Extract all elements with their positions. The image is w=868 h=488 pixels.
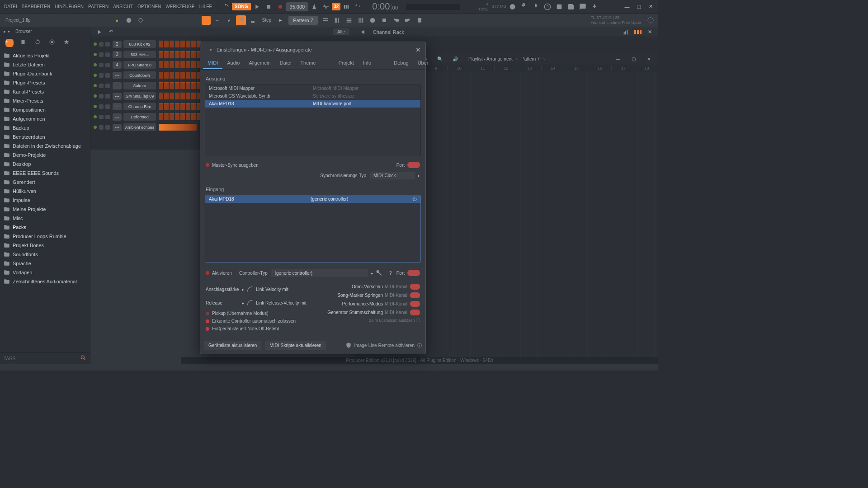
metronome-icon[interactable] xyxy=(309,2,319,12)
stop-icon[interactable] xyxy=(264,2,274,12)
step-cell[interactable] xyxy=(164,113,169,120)
step-cell[interactable] xyxy=(186,113,190,120)
step-cell[interactable] xyxy=(170,72,174,79)
tree-item[interactable]: Letzte Dateien xyxy=(0,60,90,69)
channel-vol-knob[interactable] xyxy=(105,104,110,109)
channel-mute-led[interactable] xyxy=(94,53,97,56)
menu-help[interactable]: HILFE xyxy=(197,2,214,11)
rack-back-icon[interactable]: ↶ xyxy=(106,27,116,37)
step-cell[interactable] xyxy=(159,41,163,47)
step-cell[interactable] xyxy=(191,72,196,79)
channel-name-button[interactable]: Countdown xyxy=(123,71,156,79)
expand-icon[interactable]: ▾ xyxy=(8,29,10,34)
history-icon[interactable] xyxy=(507,2,517,12)
sync-icon[interactable] xyxy=(221,2,231,12)
step-cell[interactable] xyxy=(191,51,196,58)
step-cell[interactable] xyxy=(170,41,174,47)
wrench-icon[interactable] xyxy=(374,268,384,278)
tree-item[interactable]: Kanal-Presets xyxy=(0,87,90,96)
dialog-tab[interactable]: Datei xyxy=(275,57,296,69)
release-arrow-icon[interactable]: ▸ xyxy=(242,300,244,305)
channel-mixer-track[interactable]: --- xyxy=(113,103,122,110)
redo-icon[interactable] xyxy=(403,15,413,25)
footpedal-led[interactable] xyxy=(206,327,209,331)
graph-icon[interactable] xyxy=(621,27,631,37)
channel-pan-knob[interactable] xyxy=(99,73,104,78)
step-cell[interactable] xyxy=(159,93,163,99)
channel-pan-knob[interactable] xyxy=(99,115,104,119)
channel-pan-knob[interactable] xyxy=(99,125,104,130)
search-icon[interactable] xyxy=(80,355,86,362)
step-cell[interactable] xyxy=(191,61,196,68)
channel-mute-led[interactable] xyxy=(94,63,97,66)
step-cell[interactable] xyxy=(164,61,169,68)
channel-mixer-track[interactable]: --- xyxy=(113,72,122,79)
step-cell[interactable] xyxy=(180,113,185,120)
tree-item[interactable]: Dateien in der Zwischenablage xyxy=(0,141,90,150)
menu-add[interactable]: HINZUFüGEN xyxy=(52,2,86,11)
close-app-icon[interactable]: ✕ xyxy=(646,2,656,12)
pl-speaker-icon[interactable]: 🔊 xyxy=(450,54,460,64)
chat-icon[interactable] xyxy=(578,2,588,12)
step-cell[interactable] xyxy=(164,51,169,58)
device-row[interactable]: Akai MPD18(generic controller)⏻ xyxy=(205,195,420,203)
time-display[interactable]: 0:00:00 xyxy=(372,1,398,12)
step-cell[interactable] xyxy=(180,82,185,89)
step-cell[interactable] xyxy=(175,72,179,79)
velocity-arrow-icon[interactable]: ▸ xyxy=(242,287,244,292)
step-cell[interactable] xyxy=(170,103,174,110)
release-curve-icon[interactable] xyxy=(245,298,255,308)
refresh-scripts-button[interactable]: MIDI-Skripte aktualisieren xyxy=(265,341,326,350)
channel-vol-knob[interactable] xyxy=(105,42,110,47)
stamp-icon[interactable] xyxy=(248,15,258,25)
tree-item[interactable]: Zerschnittenes Audiomaterial xyxy=(0,277,90,286)
step-cell[interactable] xyxy=(186,72,190,79)
mic-icon[interactable] xyxy=(531,2,541,12)
step-cell[interactable] xyxy=(164,103,169,110)
news-icon[interactable] xyxy=(554,2,564,12)
step-arrow-icon[interactable]: ▸ xyxy=(276,15,286,25)
pl-min-icon[interactable]: — xyxy=(613,54,623,64)
channel-mixer-track[interactable]: --- xyxy=(113,124,122,131)
channel-vol-knob[interactable] xyxy=(105,73,110,78)
genmute-channel-badge[interactable] xyxy=(410,310,420,315)
perfmode-channel-badge[interactable] xyxy=(410,301,420,307)
globe-icon[interactable] xyxy=(646,15,656,25)
channel-pan-knob[interactable] xyxy=(99,104,104,109)
pattern-mode-icon[interactable] xyxy=(202,16,211,25)
max-icon[interactable]: ▢ xyxy=(634,2,644,12)
step-cell[interactable] xyxy=(175,82,179,89)
remote-info-icon[interactable]: ⓘ xyxy=(417,343,422,349)
channel-rack-icon[interactable] xyxy=(344,15,354,25)
menu-edit[interactable]: BEARBEITEN xyxy=(19,2,52,11)
channel-mixer-track[interactable]: 2 xyxy=(113,41,122,48)
channel-vol-knob[interactable] xyxy=(105,94,110,99)
add-folder-icon[interactable]: + xyxy=(5,39,14,47)
input-device-list[interactable]: Akai MPD18(generic controller)⏻ xyxy=(205,195,421,263)
sync-type-select[interactable]: MIDI-Clock xyxy=(370,172,415,179)
step-cell[interactable] xyxy=(186,82,190,89)
step-cell[interactable] xyxy=(180,41,185,47)
tree-item[interactable]: Plugin-Presets xyxy=(0,78,90,87)
dialog-tab[interactable]: Debug xyxy=(389,57,413,69)
step-cell[interactable] xyxy=(164,41,169,47)
step-cell[interactable] xyxy=(159,51,163,58)
tree-item[interactable]: Misc xyxy=(0,214,90,223)
tree-item[interactable]: Kompositionen xyxy=(0,105,90,114)
channel-name-button[interactable]: Deformed xyxy=(123,113,156,121)
step-cell[interactable] xyxy=(175,61,179,68)
device-row[interactable]: Microsoft MIDI MapperMicrosoft MIDI Mapp… xyxy=(205,84,420,92)
dim-icon[interactable] xyxy=(136,15,146,25)
link-icon[interactable] xyxy=(236,15,246,25)
step-cell[interactable] xyxy=(175,93,179,99)
tree-item[interactable]: Backup xyxy=(0,123,90,132)
location-icon[interactable] xyxy=(49,39,57,47)
speaker-icon[interactable] xyxy=(359,27,369,37)
step-cell[interactable] xyxy=(191,41,196,47)
dialog-tab[interactable]: Audio xyxy=(222,57,244,69)
piano-roll-icon[interactable] xyxy=(332,15,342,25)
tree-item[interactable]: Producer Loops Rumble xyxy=(0,232,90,241)
record-icon[interactable] xyxy=(275,2,285,12)
channel-vol-knob[interactable] xyxy=(105,125,110,130)
step-cell[interactable] xyxy=(175,41,179,47)
